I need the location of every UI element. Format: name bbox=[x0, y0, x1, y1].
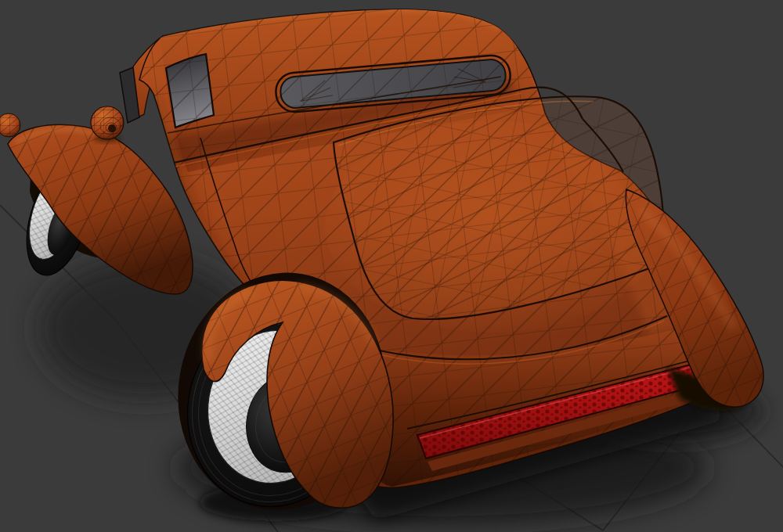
headlight-center bbox=[108, 124, 116, 132]
viewport-canvas[interactable] bbox=[0, 0, 783, 532]
viewport[interactable] bbox=[0, 0, 783, 532]
